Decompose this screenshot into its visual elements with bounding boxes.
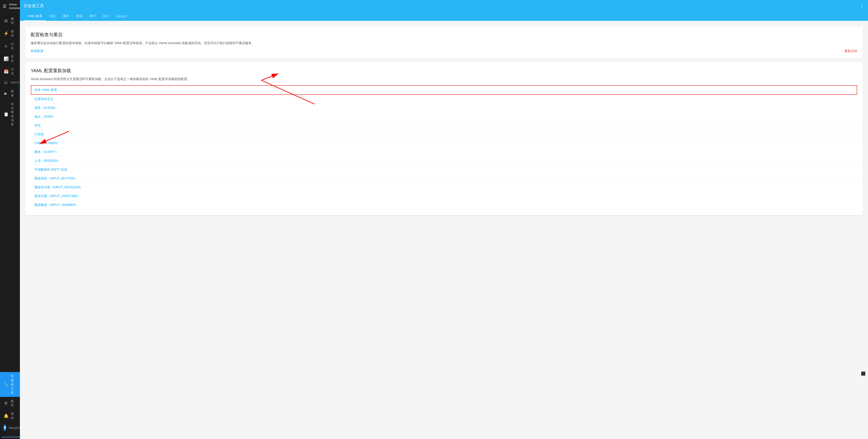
hacs-label: HACS (11, 81, 19, 84)
tab-templates[interactable]: 模板 (73, 12, 86, 21)
reload-item-conversation[interactable]: 对话 (31, 121, 857, 130)
tab-stats[interactable]: 统计 (99, 12, 113, 21)
yaml-reload-title: YAML 配置重新加载 (31, 68, 857, 74)
calendar-icon: 📅 (4, 69, 8, 74)
config-check-title: 配置检查与重启 (31, 32, 857, 38)
reload-item-input-number[interactable]: 预设数值（INPUT_NUMBER） (31, 201, 857, 210)
sidebar-bottom: 🔧 开发者工具 ⚙ 配置 🔔 通知 W WangChong (0, 370, 20, 435)
sidebar-item-energy[interactable]: ⚡ 能源 (0, 27, 20, 40)
sidebar-nav: ⊞ 概览 ⚡ 能源 ≡ 日志 📊 历史 📅 日历 🗂 HACS ▶ 媒体 📋 (0, 13, 20, 370)
avatar: W (4, 425, 6, 431)
sidebar-item-history[interactable]: 📊 历史 (0, 53, 20, 65)
history-icon: 📊 (4, 56, 8, 61)
tab-assist[interactable]: ASSIST (113, 12, 131, 21)
more-options-icon[interactable]: ⋮ (859, 3, 864, 9)
reload-item-mqtt[interactable]: 手动配置的 MQTT 实体 (31, 165, 857, 174)
notifications-icon: 🔔 (4, 413, 8, 418)
config-check-actions: 检查配置 重新启动 (31, 49, 857, 53)
config-check-card: 配置检查与重启 服务重启会自动执行配置的基本校验。此基本校验可以确保 YAML … (25, 26, 863, 59)
media-icon: ▶ (4, 91, 8, 96)
yaml-reload-desc: Home Assistant 的某些部分无需重启即可重新加载。点击以下选项之一将… (31, 76, 857, 82)
sidebar-item-todo[interactable]: 📋 待办事项清单 (0, 100, 20, 129)
bottom-right-indicator (861, 372, 865, 376)
page-title: 开发者工具 (24, 3, 44, 9)
sidebar-header: ☰ Home Assistant (0, 0, 20, 13)
reload-item-all[interactable]: 所有 YAML 配置 (31, 85, 857, 95)
logbook-icon: ≡ (4, 44, 8, 49)
sidebar-item-hacs[interactable]: 🗂 HACS (0, 78, 20, 87)
config-icon: ⚙ (4, 401, 8, 406)
tab-status[interactable]: 状态 (46, 12, 59, 21)
reload-item-scene[interactable]: 场景（SCENE） (31, 104, 857, 113)
hacs-icon: 🗂 (4, 80, 8, 85)
reload-item-input-datetime[interactable]: 预设日期（INPUT_DATETIME） (31, 192, 857, 201)
reload-item-script[interactable]: 脚本（SCRIPT） (31, 148, 857, 157)
main-area: 开发者工具 ⋮ YAML 配置 状态 服务 模板 事件 统计 ASSIST 配置… (20, 0, 868, 439)
calendar-label: 日历 (11, 67, 16, 75)
config-label: 配置 (11, 399, 16, 407)
logbook-label: 日志 (11, 42, 16, 50)
reload-item-person[interactable]: 人员（PERSON） (31, 157, 857, 165)
check-config-button[interactable]: 检查配置 (31, 49, 43, 53)
reload-list: 所有 YAML 配置 位置和自定义 场景（SCENE） 地点（ZONE） 对话 … (31, 85, 857, 210)
overview-label: 概览 (11, 17, 16, 25)
tab-events[interactable]: 事件 (86, 12, 99, 21)
status-bar: ha.local:8123/developer-tools (0, 435, 20, 439)
reload-item-zone[interactable]: 地点（ZONE） (31, 113, 857, 121)
sidebar-item-overview[interactable]: ⊞ 概览 (0, 14, 20, 27)
sidebar-item-logbook[interactable]: ≡ 日志 (0, 40, 20, 53)
sidebar-item-notifications[interactable]: 🔔 通知 (0, 410, 20, 422)
hamburger-icon[interactable]: ☰ (2, 3, 7, 10)
sidebar-item-developer-tools[interactable]: 🔧 开发者工具 (0, 372, 20, 397)
reload-item-input-button[interactable]: 预设按钮（INPUT_BUTTON） (31, 174, 857, 183)
sidebar: ☰ Home Assistant ⊞ 概览 ⚡ 能源 ≡ 日志 📊 历史 📅 日… (0, 0, 20, 439)
developer-tools-label: 开发者工具 (11, 374, 16, 395)
media-label: 媒体 (11, 89, 16, 97)
restart-button[interactable]: 重新启动 (844, 49, 857, 53)
energy-icon: ⚡ (4, 31, 8, 36)
tabs-bar: YAML 配置 状态 服务 模板 事件 统计 ASSIST (20, 12, 868, 21)
sidebar-item-config[interactable]: ⚙ 配置 (0, 397, 20, 410)
reload-item-timer[interactable]: 计时器（TIMER） (31, 139, 857, 148)
yaml-reload-card: YAML 配置重新加载 Home Assistant 的某些部分无需重启即可重新… (25, 62, 863, 215)
overview-icon: ⊞ (4, 18, 8, 23)
sidebar-user[interactable]: W WangChong (0, 422, 20, 433)
sidebar-item-media[interactable]: ▶ 媒体 (0, 87, 20, 100)
app-title: Home Assistant (9, 3, 21, 10)
notifications-label: 通知 (11, 412, 16, 420)
config-check-desc: 服务重启会自动执行配置的基本校验。此基本校验可以确保 YAML 配置没有错误，不… (31, 40, 857, 45)
tab-yaml[interactable]: YAML 配置 (24, 12, 46, 21)
reload-item-schedule[interactable]: 计划表 (31, 130, 857, 139)
tab-services[interactable]: 服务 (59, 12, 73, 21)
energy-label: 能源 (11, 29, 16, 37)
todo-icon: 📋 (4, 112, 8, 117)
developer-tools-icon: 🔧 (4, 382, 8, 387)
reload-item-input-boolean[interactable]: 预设布尔值（INPUT_BOOLEAN） (31, 183, 857, 192)
sidebar-item-calendar[interactable]: 📅 日历 (0, 65, 20, 78)
history-label: 历史 (11, 55, 16, 63)
reload-item-location[interactable]: 位置和自定义 (31, 95, 857, 104)
content-area: 配置检查与重启 服务重启会自动执行配置的基本校验。此基本校验可以确保 YAML … (20, 21, 868, 439)
todo-label: 待办事项清单 (11, 102, 16, 126)
top-bar: 开发者工具 ⋮ (20, 0, 868, 12)
